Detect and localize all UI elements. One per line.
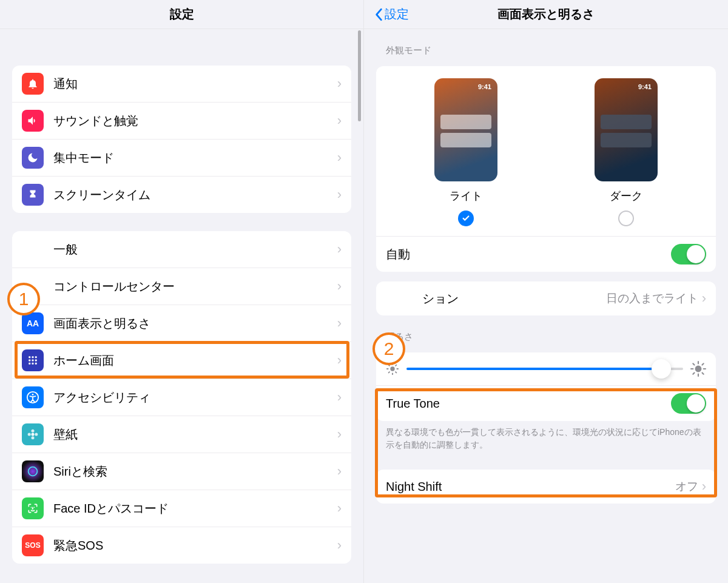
row-options[interactable]: ション 日の入までライト ›	[376, 281, 716, 315]
preview-light-icon: 9:41	[434, 78, 497, 181]
chevron-right-icon: ›	[337, 502, 342, 515]
appearance-dark-option[interactable]: 9:41 ダーク	[595, 78, 658, 226]
navbar-left: 設定	[0, 0, 363, 29]
navbar-right: 設定 画面表示と明るさ	[364, 0, 728, 29]
svg-rect-0	[29, 356, 30, 358]
appearance-group: 9:41 ライト 9:41 ダーク 自動	[376, 66, 716, 272]
toggle-switch[interactable]	[671, 244, 706, 265]
chevron-right-icon: ›	[702, 480, 706, 493]
preview-label: ライト	[450, 189, 482, 203]
svg-rect-1	[32, 356, 34, 358]
svg-point-13	[32, 436, 35, 439]
svg-rect-8	[35, 363, 37, 365]
appearance-light-option[interactable]: 9:41 ライト	[434, 78, 497, 226]
row-wallpaper[interactable]: 壁紙 ›	[12, 416, 351, 453]
svg-rect-5	[35, 360, 37, 362]
svg-rect-2	[35, 356, 37, 358]
svg-rect-6	[29, 363, 30, 365]
chevron-right-icon: ›	[337, 317, 342, 330]
section-footer-truetone: 異なる環境でも色が一貫して表示されるように、環境光の状況に応じてiPhoneの表…	[386, 426, 706, 451]
sos-icon: SOS	[22, 534, 44, 556]
svg-point-10	[32, 394, 34, 396]
row-value: 日の入までライト	[606, 291, 698, 306]
svg-point-16	[29, 467, 38, 476]
row-faceid[interactable]: Face IDとパスコード ›	[12, 490, 351, 527]
row-sos[interactable]: SOS 緊急SOS ›	[12, 527, 351, 564]
navbar-title: 画面表示と明るさ	[497, 6, 595, 22]
svg-rect-4	[32, 360, 34, 362]
siri-icon	[22, 460, 44, 482]
grid-icon	[22, 349, 44, 371]
row-label: 自動	[386, 246, 671, 263]
back-label: 設定	[385, 6, 409, 22]
row-label: アクセシビリティ	[53, 389, 337, 406]
svg-rect-3	[29, 360, 30, 362]
annotation-step-2: 2	[372, 332, 405, 365]
row-control-center[interactable]: コントロールセンター ›	[12, 268, 351, 305]
faceid-icon	[22, 497, 44, 519]
svg-point-15	[35, 433, 38, 436]
speaker-icon	[22, 110, 44, 132]
navbar-title: 設定	[170, 6, 194, 22]
toggle-switch[interactable]	[671, 393, 706, 414]
chevron-right-icon: ›	[337, 428, 342, 441]
chevron-right-icon: ›	[337, 243, 342, 256]
hourglass-icon	[22, 184, 44, 206]
chevron-right-icon: ›	[337, 280, 342, 293]
row-automatic[interactable]: 自動	[376, 237, 716, 272]
back-button[interactable]: 設定	[374, 0, 409, 29]
annotation-step-1: 1	[7, 283, 40, 315]
slider-thumb[interactable]	[652, 359, 671, 379]
svg-point-26	[695, 366, 702, 372]
brightness-group: True Tone	[376, 352, 716, 421]
row-label: ホーム画面	[53, 352, 337, 369]
svg-point-12	[32, 430, 35, 433]
svg-point-11	[32, 433, 35, 436]
settings-root-pane: 設定 通知 › サウンドと触覚 › 集中モード ›	[0, 0, 364, 583]
scroll-indicator	[358, 30, 361, 121]
row-label: 集中モード	[53, 150, 337, 166]
row-label: 緊急SOS	[53, 538, 337, 554]
svg-line-32	[703, 373, 704, 374]
row-label: サウンドと触覚	[53, 113, 337, 129]
row-accessibility[interactable]: アクセシビリティ ›	[12, 379, 351, 416]
row-notifications[interactable]: 通知 ›	[12, 66, 351, 103]
nightshift-group: Night Shift オフ ›	[376, 470, 716, 504]
row-value: オフ	[675, 479, 698, 494]
row-truetone[interactable]: True Tone	[376, 386, 716, 421]
chevron-right-icon: ›	[337, 354, 342, 367]
options-group: ション 日の入までライト ›	[376, 281, 716, 315]
row-label: Night Shift	[386, 480, 675, 494]
row-nightshift[interactable]: Night Shift オフ ›	[376, 470, 716, 504]
row-focus[interactable]: 集中モード ›	[12, 140, 351, 177]
row-sounds[interactable]: サウンドと触覚 ›	[12, 103, 351, 140]
moon-icon	[22, 147, 44, 169]
accessibility-icon	[22, 386, 44, 408]
flower-icon	[22, 423, 44, 445]
preview-label: ダーク	[610, 189, 642, 203]
brightness-slider[interactable]	[406, 368, 683, 370]
chevron-right-icon: ›	[337, 539, 342, 552]
chevron-right-icon: ›	[337, 114, 342, 127]
row-home-screen[interactable]: ホーム画面 ›	[12, 342, 351, 379]
brightness-slider-row	[376, 352, 716, 386]
radio-selected-icon	[458, 211, 474, 226]
row-general[interactable]: 一般 ›	[12, 231, 351, 268]
row-screentime[interactable]: スクリーンタイム ›	[12, 177, 351, 213]
svg-line-24	[389, 372, 389, 372]
text-size-icon: AA	[22, 312, 44, 334]
row-display-brightness[interactable]: AA 画面表示と明るさ ›	[12, 305, 351, 342]
svg-line-33	[693, 373, 694, 374]
row-label: 画面表示と明るさ	[53, 315, 337, 332]
appearance-previews: 9:41 ライト 9:41 ダーク	[376, 66, 716, 237]
row-label: コントロールセンター	[53, 278, 337, 295]
svg-point-14	[28, 433, 31, 436]
chevron-right-icon: ›	[702, 292, 706, 305]
sun-large-icon	[690, 361, 706, 377]
svg-point-17	[390, 366, 394, 371]
svg-line-23	[396, 372, 396, 372]
row-label: 壁紙	[53, 426, 337, 443]
svg-line-34	[703, 363, 704, 365]
svg-line-25	[396, 365, 396, 366]
row-siri[interactable]: Siriと検索 ›	[12, 453, 351, 490]
